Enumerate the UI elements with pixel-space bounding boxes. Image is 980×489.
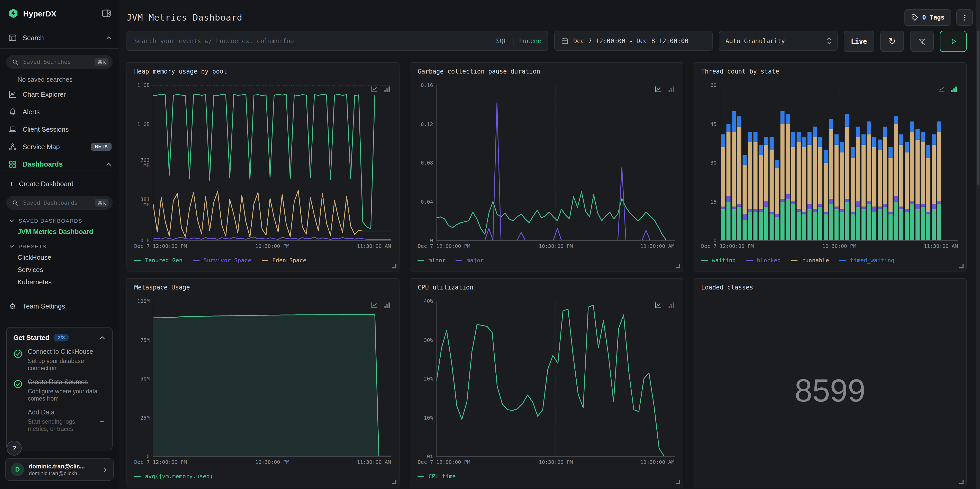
panel-title: CPU utilization bbox=[418, 284, 676, 291]
sidebar-item-alerts[interactable]: Alerts bbox=[0, 103, 119, 120]
panel-loaded-classes[interactable]: Loaded classes 8599 bbox=[694, 278, 967, 487]
y-axis-labels: 40%30%20%10%0% bbox=[418, 301, 436, 457]
sidebar-item-chart-explorer[interactable]: Chart Explorer bbox=[0, 85, 119, 103]
legend-item[interactable]: timed_waiting bbox=[839, 257, 894, 264]
loaded-classes-value: 8599 bbox=[694, 294, 966, 487]
bar-chart-icon[interactable] bbox=[667, 301, 675, 309]
event-search-input[interactable] bbox=[133, 37, 496, 45]
saved-searches-search[interactable]: ⌘K bbox=[6, 55, 113, 69]
line-chart-icon[interactable] bbox=[938, 85, 945, 93]
panel-thread-count[interactable]: Thread count by state 604530150 Dec 7 12… bbox=[694, 62, 967, 271]
filter-button[interactable] bbox=[910, 31, 934, 52]
panel-cpu-utilization[interactable]: CPU utilization 40%30%20%10%0% Dec 7 12:… bbox=[410, 278, 683, 487]
get-started-item-sources[interactable]: Create Data Sources Configure where your… bbox=[13, 378, 105, 402]
chevron-up-icon[interactable] bbox=[99, 334, 105, 341]
saved-dashboards-section-header[interactable]: SAVED DASHBOARDS bbox=[9, 216, 111, 225]
panel-gc-pause[interactable]: Garbage collection pause duration 0.160.… bbox=[410, 62, 683, 271]
sidebar-item-label: Team Settings bbox=[22, 302, 111, 310]
legend-item[interactable]: Tenured Gen bbox=[134, 257, 183, 264]
legend-item[interactable]: avg(jvm.memory.used) bbox=[134, 473, 213, 480]
query-language-toggle[interactable]: SQL | Lucene bbox=[496, 37, 541, 45]
sidebar-item-client-sessions[interactable]: Client Sessions bbox=[0, 120, 119, 138]
legend-item[interactable]: blocked bbox=[746, 257, 781, 264]
get-started-item-connect[interactable]: Connect to ClickHouse Set up your databa… bbox=[13, 348, 105, 372]
legend-item[interactable]: CPU time bbox=[418, 473, 456, 480]
legend-item[interactable]: waiting bbox=[701, 257, 736, 264]
chart-plot-area[interactable]: 0.160.120.080.040 bbox=[418, 85, 676, 241]
check-circle-icon bbox=[13, 379, 22, 389]
bar-chart-icon[interactable] bbox=[383, 301, 391, 309]
event-search-box[interactable]: SQL | Lucene bbox=[126, 31, 548, 51]
saved-searches-input[interactable] bbox=[22, 58, 95, 66]
create-dashboard-label: Create Dashboard bbox=[19, 180, 111, 188]
sidebar-item-team-settings[interactable]: ⚙ Team Settings bbox=[0, 297, 119, 315]
chevron-up-icon bbox=[106, 35, 111, 40]
sidebar-item-label: Alerts bbox=[22, 108, 111, 115]
chart-plot-area[interactable]: 100M75M50M25M0 bbox=[134, 301, 392, 457]
create-dashboard-button[interactable]: + Create Dashboard bbox=[0, 175, 119, 192]
y-axis-labels: 100M75M50M25M0 bbox=[134, 301, 153, 457]
sidebar-collapse-icon[interactable] bbox=[101, 8, 111, 19]
tags-label: 0 Tags bbox=[922, 14, 945, 21]
legend-item[interactable]: Survivor Space bbox=[193, 257, 251, 264]
saved-dashboards-input[interactable] bbox=[22, 199, 95, 207]
sidebar-item-services[interactable]: Services bbox=[0, 263, 119, 276]
legend-item[interactable]: runnable bbox=[791, 257, 829, 264]
get-started-title: Get Started bbox=[13, 334, 49, 341]
sidebar-item-jvm-metrics-dashboard[interactable]: JVM Metrics Dashboard bbox=[0, 225, 119, 237]
legend-item[interactable]: major bbox=[456, 257, 484, 264]
sidebar-item-label: Service Map bbox=[22, 143, 91, 150]
chart-plot-area[interactable]: 604530150 bbox=[701, 85, 959, 241]
arrow-right-icon: → bbox=[98, 416, 105, 432]
vertical-scrollbar[interactable] bbox=[977, 0, 980, 489]
resize-handle[interactable] bbox=[392, 264, 397, 268]
granularity-value: Auto Granularity bbox=[725, 37, 785, 45]
legend-item[interactable]: Eden Space bbox=[261, 257, 306, 264]
panel-metaspace[interactable]: Metaspace Usage 100M75M50M25M0 Dec 7 12:… bbox=[126, 278, 400, 487]
resize-handle[interactable] bbox=[392, 480, 397, 484]
lucene-option[interactable]: Lucene bbox=[519, 37, 541, 45]
section-label: PRESETS bbox=[19, 243, 46, 249]
granularity-select[interactable]: Auto Granularity bbox=[719, 31, 838, 51]
run-query-button[interactable] bbox=[940, 31, 967, 52]
sidebar-item-search[interactable]: Search bbox=[0, 27, 119, 49]
line-chart-icon[interactable] bbox=[654, 301, 662, 309]
panel-title: Thread count by state bbox=[701, 68, 959, 75]
panel-heap-memory[interactable]: Heap memory usage by pool 1 GB1 GB763 MB… bbox=[126, 62, 400, 271]
resize-handle[interactable] bbox=[959, 480, 964, 484]
date-range-value: Dec 7 12:00:00 - Dec 8 12:00:00 bbox=[573, 37, 689, 45]
resize-handle[interactable] bbox=[675, 264, 680, 268]
dashboard-menu-button[interactable] bbox=[956, 9, 973, 26]
tags-button[interactable]: 0 Tags bbox=[904, 9, 951, 26]
get-started-item-add-data[interactable]: Add Data Start sending logs, metrics, or… bbox=[13, 409, 105, 432]
user-account-button[interactable]: D dominic.tran@clic... dominic.tran@clic… bbox=[5, 458, 114, 481]
filter-edit-icon bbox=[918, 37, 926, 46]
help-button[interactable]: ? bbox=[7, 441, 22, 456]
bar-chart-icon[interactable] bbox=[667, 85, 675, 93]
refresh-button[interactable]: ↻ bbox=[880, 31, 904, 52]
date-range-picker[interactable]: Dec 7 12:00:00 - Dec 8 12:00:00 bbox=[554, 31, 713, 51]
live-button[interactable]: Live bbox=[844, 31, 874, 52]
legend-item[interactable]: minor bbox=[418, 257, 445, 264]
line-chart-icon[interactable] bbox=[371, 85, 379, 93]
line-chart-icon[interactable] bbox=[371, 301, 379, 309]
saved-dashboards-search[interactable]: ⌘K bbox=[6, 196, 113, 210]
bar-chart-icon[interactable] bbox=[950, 85, 958, 93]
sql-option[interactable]: SQL bbox=[496, 37, 507, 45]
resize-handle[interactable] bbox=[675, 480, 680, 484]
panel-title: Garbage collection pause duration bbox=[418, 68, 676, 75]
presets-section-header[interactable]: PRESETS bbox=[9, 242, 111, 251]
sidebar-item-dashboards[interactable]: Dashboards bbox=[0, 155, 119, 173]
sidebar-item-clickhouse[interactable]: ClickHouse bbox=[0, 251, 119, 263]
scrollbar-thumb[interactable] bbox=[977, 31, 980, 185]
resize-handle[interactable] bbox=[959, 264, 964, 268]
user-name: dominic.tran@clic... bbox=[29, 462, 85, 470]
sidebar-item-kubernetes[interactable]: Kubernetes bbox=[0, 276, 119, 288]
sidebar-item-service-map[interactable]: Service Map BETA bbox=[0, 138, 119, 155]
chart-plot-area[interactable]: 40%30%20%10%0% bbox=[418, 301, 676, 457]
dashboards-grid-icon bbox=[8, 160, 17, 169]
chart-plot-area[interactable]: 1 GB1 GB763 MB381 MB0 B bbox=[134, 85, 392, 241]
line-chart-icon[interactable] bbox=[654, 85, 662, 93]
bar-chart-icon[interactable] bbox=[383, 85, 391, 93]
shortcut-badge: ⌘K bbox=[95, 58, 108, 66]
